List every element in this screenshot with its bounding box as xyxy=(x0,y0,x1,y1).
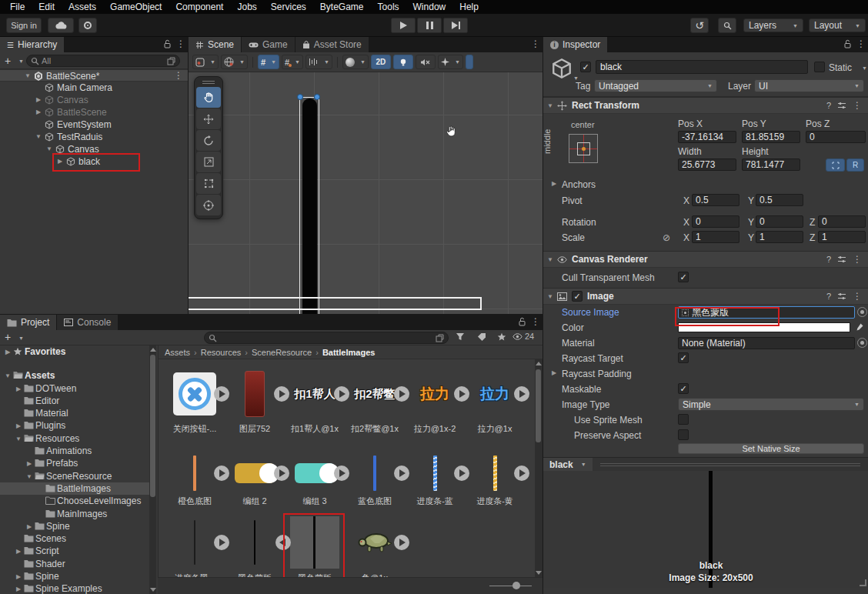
asset-thumb-area[interactable]: 拉力 xyxy=(405,367,465,421)
gizmos-toggle-clipped[interactable] xyxy=(466,55,473,69)
kebab-menu-icon[interactable]: ⋮ xyxy=(531,39,540,48)
foldout-arrow[interactable]: ▶ xyxy=(549,180,559,187)
asset-thumb-area[interactable] xyxy=(465,453,525,493)
menu-jobs[interactable]: Jobs xyxy=(230,1,263,13)
asset-thumb-area[interactable] xyxy=(165,453,225,493)
hierarchy-item-canvas[interactable]: ▼Canvas xyxy=(0,143,188,155)
layout-dropdown[interactable]: Layout▼ xyxy=(809,18,866,32)
pos-y-field[interactable]: 81.85159 xyxy=(742,131,800,143)
grid-scrollbar[interactable] xyxy=(535,359,542,577)
cloud-icon[interactable] xyxy=(48,18,74,33)
foldout-arrow[interactable]: ▶ xyxy=(55,155,65,168)
help-icon[interactable]: ? xyxy=(826,255,831,264)
asset-thumb-area[interactable]: 扣1帮人 xyxy=(285,367,345,421)
set-native-size-button[interactable]: Set Native Size xyxy=(678,443,864,454)
project-folder-script[interactable]: ▶Script xyxy=(0,545,149,557)
tab-project[interactable]: Project xyxy=(0,315,56,330)
sprite-expand-right-icon[interactable] xyxy=(454,466,469,481)
pause-button[interactable] xyxy=(417,18,442,33)
rect-handle-top-left[interactable] xyxy=(297,94,303,100)
asset-item-item[interactable]: 关闭按钮-... xyxy=(165,367,225,435)
rect-handle-top-right[interactable] xyxy=(314,94,320,100)
scrollbar-thumb[interactable] xyxy=(536,369,541,442)
foldout-arrow[interactable]: ▼ xyxy=(543,102,557,109)
foldout-arrow[interactable]: ▶ xyxy=(14,546,23,558)
asset-item-item[interactable]: 橙色底图 xyxy=(165,453,225,507)
asset-thumb-area[interactable] xyxy=(285,453,345,493)
transform-tool-button[interactable] xyxy=(196,195,221,215)
object-picker-icon[interactable] xyxy=(857,307,867,317)
breadcrumb-sceneresource[interactable]: SceneResource xyxy=(252,348,312,357)
increment-snap-dropdown[interactable]: #▼ xyxy=(282,55,303,69)
sign-in-button[interactable]: Sign in xyxy=(6,18,42,33)
rect-transform-header[interactable]: ▼ Rect Transform ? ⋮ xyxy=(543,97,868,114)
foldout-arrow[interactable]: ▼ xyxy=(34,131,43,143)
rotation-x-field[interactable]: 0 xyxy=(692,215,739,228)
tree-scrollbar[interactable] xyxy=(149,345,156,594)
search-by-label-icon[interactable] xyxy=(477,332,486,341)
play-button[interactable] xyxy=(391,18,416,33)
asset-thumb-area[interactable] xyxy=(225,453,285,493)
pos-x-field[interactable]: -37.16134 xyxy=(678,131,736,143)
menu-component[interactable]: Component xyxy=(169,1,230,13)
sprite-expand-right-icon[interactable] xyxy=(274,466,289,481)
sprite-expand-right-icon[interactable] xyxy=(334,386,349,402)
tag-dropdown[interactable]: Untagged▼ xyxy=(594,79,717,92)
effects-dropdown[interactable]: ▼ xyxy=(438,55,463,69)
hidden-count-indicator[interactable]: 24 xyxy=(512,332,534,341)
sprite-expand-left-icon[interactable] xyxy=(275,535,291,550)
hierarchy-item-eventsystem[interactable]: EventSystem xyxy=(0,118,188,131)
preserve-aspect-checkbox[interactable] xyxy=(678,429,689,440)
kebab-menu-icon[interactable]: ⋮ xyxy=(853,292,862,301)
preview-object-dropdown[interactable]: black▼ xyxy=(543,458,593,472)
tab-hierarchy[interactable]: ☰ Hierarchy xyxy=(0,37,64,52)
sprite-expand-right-icon[interactable] xyxy=(214,535,229,550)
asset-item-2-1x[interactable]: 扣2帮鳖扣2帮鳖@1x xyxy=(345,367,405,435)
project-folder-mainimages[interactable]: MainImages xyxy=(0,508,149,520)
asset-thumb-area[interactable]: 扣2帮鳖 xyxy=(345,367,405,421)
tab-console[interactable]: Console xyxy=(57,315,118,330)
project-folder-chooselevelimages[interactable]: ChooseLevelImages xyxy=(0,495,149,507)
project-folder-dotween[interactable]: ▶DOTween xyxy=(0,382,149,395)
presets-icon[interactable] xyxy=(837,292,846,300)
foldout-arrow[interactable]: ▶ xyxy=(3,346,12,359)
rotate-tool-button[interactable] xyxy=(196,130,221,151)
asset-thumb-area[interactable] xyxy=(345,515,405,570)
project-folder-assets[interactable]: ▼Assets xyxy=(0,369,149,382)
anchor-preset-button[interactable] xyxy=(569,134,598,163)
asset-item-item[interactable]: 进度条-黄 xyxy=(465,453,525,507)
2d-toggle[interactable]: 2D xyxy=(371,55,391,69)
project-search-input[interactable] xyxy=(204,332,449,344)
foldout-arrow[interactable]: ▶ xyxy=(14,383,23,395)
scrollbar-thumb[interactable] xyxy=(150,355,155,497)
chevron-down-icon[interactable]: ▼ xyxy=(573,75,579,81)
asset-item-item[interactable]: 黑色蒙版 xyxy=(285,515,345,577)
project-folder-favorites[interactable]: ▶Favorites xyxy=(0,345,149,358)
pos-z-field[interactable]: 0 xyxy=(806,131,866,143)
tab-game[interactable]: Game xyxy=(242,37,295,52)
move-tool-button[interactable] xyxy=(196,108,221,129)
asset-item-item[interactable]: 进度条黑... xyxy=(165,515,225,577)
image-header[interactable]: ▼ ✓ Image ? ⋮ xyxy=(543,288,868,305)
foldout-arrow[interactable]: ▼ xyxy=(543,293,557,300)
collab-icon[interactable] xyxy=(78,18,97,33)
hierarchy-search-input[interactable]: All xyxy=(26,55,180,67)
foldout-arrow[interactable]: ▼ xyxy=(3,370,12,382)
hierarchy-item-battlescene[interactable]: ▶BattleScene xyxy=(0,106,188,118)
kebab-menu-icon[interactable]: ⋮ xyxy=(531,317,540,326)
sprite-expand-right-icon[interactable] xyxy=(214,386,229,402)
kebab-menu-icon[interactable]: ⋮ xyxy=(853,101,862,110)
project-folder-material[interactable]: Material xyxy=(0,407,149,419)
measure-dropdown[interactable]: ▼ xyxy=(305,55,332,69)
asset-item-1x-2[interactable]: 拉力拉力@1x-2 xyxy=(405,367,465,435)
gameobject-name-field[interactable]: black xyxy=(596,60,808,74)
tab-scene[interactable]: Scene xyxy=(189,37,241,52)
foldout-arrow[interactable]: ▶ xyxy=(34,106,43,118)
layers-dropdown[interactable]: Layers▼ xyxy=(743,18,803,32)
image-enabled-checkbox[interactable]: ✓ xyxy=(572,291,583,302)
use-sprite-mesh-checkbox[interactable] xyxy=(678,414,689,425)
asset-item-3[interactable]: 编组 3 xyxy=(285,453,345,507)
lock-icon[interactable] xyxy=(518,317,526,326)
foldout-arrow[interactable]: ▼ xyxy=(543,256,557,263)
lighting-toggle[interactable] xyxy=(393,55,413,69)
